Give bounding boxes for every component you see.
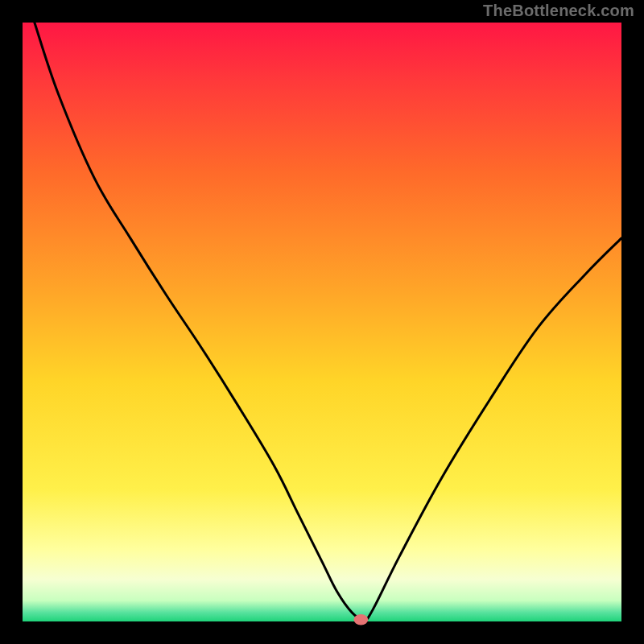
watermark-text: TheBottleneck.com (483, 2, 634, 20)
minimum-marker (353, 614, 368, 625)
plot-background (23, 23, 621, 621)
chart-container: TheBottleneck.com (0, 0, 644, 644)
bottleneck-chart (0, 0, 644, 644)
